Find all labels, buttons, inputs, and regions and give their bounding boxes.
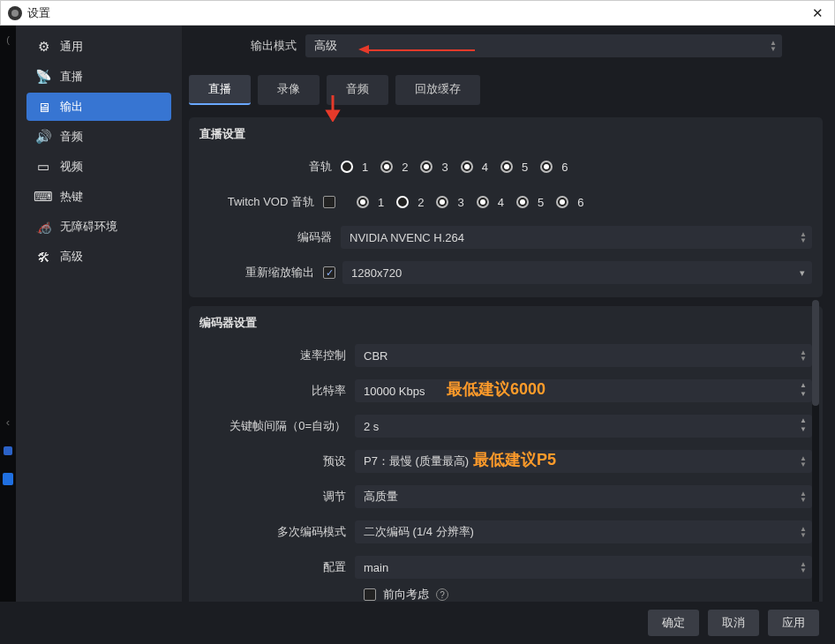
preset-label: 预设 [199,453,355,469]
track-radio-1[interactable] [341,161,353,173]
track-radio-4[interactable] [461,161,473,173]
tab-stream[interactable]: 直播 [189,75,251,105]
sidebar-item-label: 视频 [60,159,83,175]
sidebar-item-video[interactable]: ▭ 视频 [26,153,171,181]
close-icon[interactable]: ✕ [809,5,827,21]
ok-button[interactable]: 确定 [648,610,699,636]
profile-select[interactable]: main▲▼ [355,556,812,579]
sidebar-item-label: 热键 [60,189,83,205]
obs-app-icon [8,6,22,20]
apply-button[interactable]: 应用 [768,610,819,636]
dialog-footer: 确定 取消 应用 [0,602,835,644]
profile-label: 配置 [199,559,355,575]
scrollbar-thumb[interactable] [812,300,819,406]
display-icon: ▭ [35,159,51,175]
track-radio-5[interactable] [500,161,513,173]
preset-note: 最低建议P5 [473,449,556,470]
vod-enable-checkbox[interactable] [323,196,335,208]
settings-sidebar: ⚙ 通用 📡 直播 🖥 输出 🔊 音频 ▭ 视频 ⌨ 热键 🦽 无障碍环境 🛠 [16,26,182,602]
audio-track-label: 音轨 [199,159,341,175]
sidebar-item-accessibility[interactable]: 🦽 无障碍环境 [26,213,171,241]
tab-replay[interactable]: 回放缓存 [395,75,480,105]
preset-select[interactable]: P7：最慢 (质量最高)▲▼ [355,450,812,473]
sidebar-item-label: 输出 [60,99,83,115]
speaker-icon: 🔊 [35,129,51,145]
sidebar-item-label: 通用 [60,39,83,55]
keyframe-input[interactable]: 2 s▲▼ [355,415,812,438]
annotation-arrow-head [358,45,369,54]
sidebar-item-advanced[interactable]: 🛠 高级 [26,243,171,271]
encoder-settings-section: 编码器设置 速率控制 CBR▲▼ 比特率 10000 Kbps▲▼ 最低建议60… [189,306,823,602]
multipass-select[interactable]: 二次编码 (1/4 分辨率)▲▼ [355,520,812,543]
tuning-select[interactable]: 高质量▲▼ [355,485,812,508]
sidebar-item-hotkeys[interactable]: ⌨ 热键 [26,183,171,211]
lookahead-label: 前向考虑 [383,587,429,602]
keyboard-icon: ⌨ [35,189,51,205]
bitrate-label: 比特率 [199,383,355,399]
vod-track-label: Twitch VOD 音轨 [199,194,323,210]
content-panel: 输出模式 高级 ▲▼ 直播 录像 音频 回放缓存 直播设置 音轨 1 [182,26,835,602]
sidebar-item-label: 高级 [60,249,83,265]
rescale-checkbox[interactable] [323,266,335,279]
tuning-label: 调节 [199,489,355,505]
spin-icon: ▲▼ [800,226,807,249]
tools-icon: 🛠 [35,249,51,265]
rate-control-label: 速率控制 [199,348,355,363]
window-title: 设置 [27,5,809,21]
monitor-icon: 🖥 [35,99,51,115]
help-icon[interactable]: ? [436,588,448,601]
track-radio-3[interactable] [420,161,433,173]
left-gutter: ( ‹ [0,26,16,602]
encoder-select[interactable]: NVIDIA NVENC H.264 ▲▼ [341,226,812,249]
vod-radio-2[interactable] [396,196,409,208]
gear-icon: ⚙ [35,39,51,55]
audio-track-group: 1 2 3 4 5 6 [341,161,812,174]
tab-audio[interactable]: 音频 [327,75,388,105]
output-mode-select[interactable]: 高级 ▲▼ [305,34,782,57]
keyframe-label: 关键帧间隔（0=自动） [199,418,355,434]
sidebar-item-output[interactable]: 🖥 输出 [26,93,171,121]
multipass-label: 多次编码模式 [199,524,355,540]
scrollbar-track[interactable] [812,300,819,602]
rescale-select[interactable]: 1280x720 ▾ [342,261,812,284]
sidebar-item-stream[interactable]: 📡 直播 [26,63,171,91]
vod-radio-1[interactable] [357,196,369,208]
encoder-settings-title: 编码器设置 [199,315,812,331]
sidebar-item-label: 无障碍环境 [60,219,117,235]
rate-control-select[interactable]: CBR▲▼ [355,344,812,367]
bitrate-input[interactable]: 10000 Kbps▲▼ [355,379,812,402]
sidebar-item-label: 音频 [60,129,83,145]
bitrate-note: 最低建议6000 [447,378,545,400]
vod-radio-6[interactable] [556,196,568,208]
sidebar-item-label: 直播 [60,69,83,85]
sidebar-item-general[interactable]: ⚙ 通用 [26,33,171,61]
encoder-label: 编码器 [199,229,341,245]
tab-record[interactable]: 录像 [258,75,320,105]
output-mode-label: 输出模式 [189,38,305,54]
accessibility-icon: 🦽 [35,219,51,235]
stream-settings-section: 直播设置 音轨 1 2 3 4 5 6 Twitch VOD 音轨 1 [189,117,823,297]
rescale-label: 重新缩放输出 [199,265,323,281]
sidebar-item-audio[interactable]: 🔊 音频 [26,123,171,151]
vod-radio-3[interactable] [436,196,448,208]
track-radio-2[interactable] [380,161,393,173]
output-tabs: 直播 录像 音频 回放缓存 [189,75,823,105]
chevron-down-icon: ▾ [800,267,805,279]
vod-radio-5[interactable] [516,196,529,208]
spin-icon: ▲▼ [770,34,777,57]
track-radio-6[interactable] [540,161,553,173]
stream-settings-title: 直播设置 [199,126,812,142]
antenna-icon: 📡 [35,69,51,85]
window-titlebar: 设置 ✕ [0,0,835,26]
vod-radio-4[interactable] [477,196,489,208]
lookahead-checkbox[interactable] [364,588,376,601]
cancel-button[interactable]: 取消 [708,610,759,636]
